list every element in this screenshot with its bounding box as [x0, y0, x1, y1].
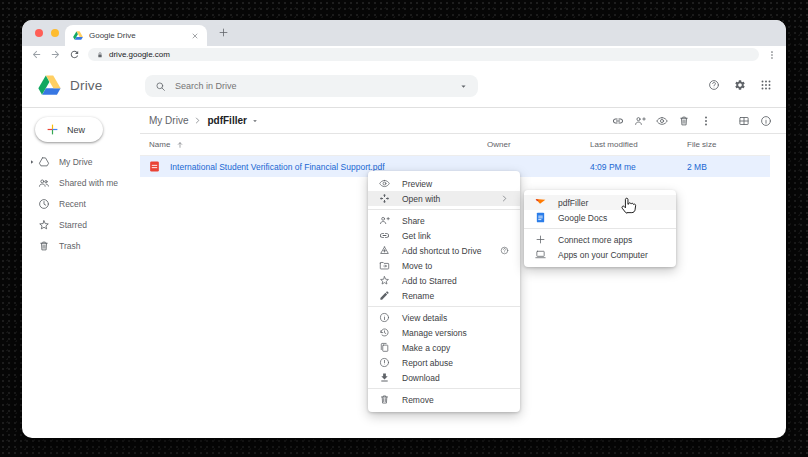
- close-tab-icon[interactable]: [191, 32, 199, 40]
- menu-item-rename[interactable]: Rename: [368, 288, 520, 303]
- sort-ascending-icon[interactable]: [176, 141, 184, 149]
- menu-item-open-with[interactable]: Open with: [368, 191, 520, 206]
- menu-item-share[interactable]: Share: [368, 213, 520, 228]
- menu-item-download[interactable]: Download: [368, 370, 520, 385]
- folder-menu-caret-icon[interactable]: [251, 117, 259, 125]
- menu-item-preview[interactable]: Preview: [368, 176, 520, 191]
- menu-item-label: Manage versions: [402, 328, 509, 338]
- apps-grid-icon[interactable]: [760, 79, 772, 91]
- forward-icon[interactable]: [50, 49, 61, 60]
- menu-item-move-to[interactable]: Move to: [368, 258, 520, 273]
- tab-title: Google Drive: [89, 31, 185, 40]
- lock-icon: [96, 51, 104, 59]
- menu-item-label: View details: [402, 313, 509, 323]
- new-button-label: New: [67, 125, 85, 135]
- search-options-caret-icon[interactable]: [459, 82, 468, 91]
- header-icons: [708, 63, 772, 107]
- menu-item-add-to-starred[interactable]: Add to Starred: [368, 273, 520, 288]
- new-button[interactable]: New: [35, 117, 103, 142]
- share-icon: [379, 215, 390, 226]
- browser-tab[interactable]: Google Drive: [65, 25, 207, 46]
- submenu-arrow-icon: [500, 194, 509, 203]
- sidebar-item-my-drive[interactable]: My Drive: [22, 151, 140, 172]
- menu-item-label: Share: [402, 216, 509, 226]
- sidebar-item-label: Trash: [59, 241, 80, 251]
- browser-toolbar: drive.google.com: [22, 46, 786, 63]
- share-person-icon[interactable]: [634, 115, 646, 127]
- more-options-icon[interactable]: [700, 115, 712, 127]
- remove-icon: [379, 394, 390, 405]
- menu-divider: [524, 228, 676, 229]
- drive-favicon-icon: [73, 31, 83, 40]
- menu-item-apps-on-your-computer[interactable]: Apps on your Computer: [524, 247, 676, 262]
- close-window-button[interactable]: [35, 29, 43, 37]
- menu-item-manage-versions[interactable]: Manage versions: [368, 325, 520, 340]
- new-tab-button[interactable]: [218, 27, 229, 38]
- address-bar[interactable]: drive.google.com: [88, 48, 759, 61]
- column-last-modified[interactable]: Last modified: [590, 140, 687, 149]
- browser-tab-strip: Google Drive: [22, 20, 786, 46]
- menu-item-view-details[interactable]: View details: [368, 310, 520, 325]
- menu-item-label: Move to: [402, 261, 509, 271]
- download-icon: [379, 372, 390, 383]
- menu-item-label: Add to Starred: [402, 276, 509, 286]
- breadcrumb-root[interactable]: My Drive: [149, 115, 188, 126]
- get-link-icon[interactable]: [612, 115, 624, 127]
- desktop-background: { "browser": { "tab_title": "Google Driv…: [0, 0, 808, 457]
- disclosure-icon: [26, 158, 38, 166]
- grid-view-icon[interactable]: [738, 115, 750, 127]
- breadcrumb: My Drive pdfFiller: [140, 108, 786, 134]
- rename-icon: [379, 290, 390, 301]
- copy-icon: [379, 342, 390, 353]
- help-icon[interactable]: [708, 79, 720, 91]
- column-name[interactable]: Name: [149, 140, 170, 149]
- link-icon: [379, 230, 390, 241]
- open-with-submenu: pdfFillerGoogle DocsConnect more appsApp…: [524, 190, 676, 267]
- settings-icon[interactable]: [734, 79, 746, 91]
- browser-menu-icon[interactable]: [767, 50, 777, 60]
- back-icon[interactable]: [31, 49, 42, 60]
- menu-item-make-a-copy[interactable]: Make a copy: [368, 340, 520, 355]
- sidebar-item-starred[interactable]: Starred: [22, 214, 140, 235]
- report-icon: [379, 357, 390, 368]
- help-icon[interactable]: [500, 246, 509, 255]
- menu-item-pdffiller[interactable]: pdfFiller: [524, 195, 676, 210]
- sidebar-item-label: My Drive: [59, 157, 93, 167]
- my-drive-icon: [38, 156, 50, 168]
- breadcrumb-current[interactable]: pdfFiller: [207, 115, 246, 126]
- sidebar-item-recent[interactable]: Recent: [22, 193, 140, 214]
- search-input[interactable]: [175, 81, 450, 91]
- google-docs-icon: [535, 212, 546, 223]
- column-owner[interactable]: Owner: [487, 140, 590, 149]
- disclosure-spacer: [26, 179, 38, 187]
- versions-icon: [379, 327, 390, 338]
- computer-icon: [535, 249, 546, 260]
- multicolor-plus-icon: [46, 123, 59, 136]
- disclosure-spacer: [26, 200, 38, 208]
- menu-item-label: Rename: [402, 291, 509, 301]
- column-file-size[interactable]: File size: [687, 140, 770, 149]
- drive-logo[interactable]: Drive: [38, 75, 103, 95]
- sidebar-item-trash[interactable]: Trash: [22, 235, 140, 256]
- menu-item-label: Report abuse: [402, 358, 509, 368]
- menu-item-label: Apps on your Computer: [558, 250, 665, 260]
- preview-eye-icon[interactable]: [656, 115, 668, 127]
- minimize-window-button[interactable]: [51, 29, 59, 37]
- menu-item-google-docs[interactable]: Google Docs: [524, 210, 676, 225]
- preview-icon: [379, 178, 390, 189]
- reload-icon[interactable]: [69, 49, 80, 60]
- menu-item-add-shortcut-to-drive[interactable]: Add shortcut to Drive: [368, 243, 520, 258]
- menu-item-remove[interactable]: Remove: [368, 392, 520, 407]
- trash-icon[interactable]: [678, 115, 690, 127]
- info-icon[interactable]: [760, 115, 772, 127]
- file-last-modified: 4:09 PM me: [590, 162, 687, 172]
- menu-item-connect-more-apps[interactable]: Connect more apps: [524, 232, 676, 247]
- menu-item-get-link[interactable]: Get link: [368, 228, 520, 243]
- menu-item-label: pdfFiller: [558, 198, 665, 208]
- recent-icon: [38, 198, 50, 210]
- menu-item-report-abuse[interactable]: Report abuse: [368, 355, 520, 370]
- sidebar-item-shared-with-me[interactable]: Shared with me: [22, 172, 140, 193]
- list-header-row: Name Owner Last modified File size: [140, 134, 770, 156]
- browser-window: Google Drive drive.google.com Drive: [22, 20, 786, 438]
- search-bar[interactable]: [145, 75, 478, 97]
